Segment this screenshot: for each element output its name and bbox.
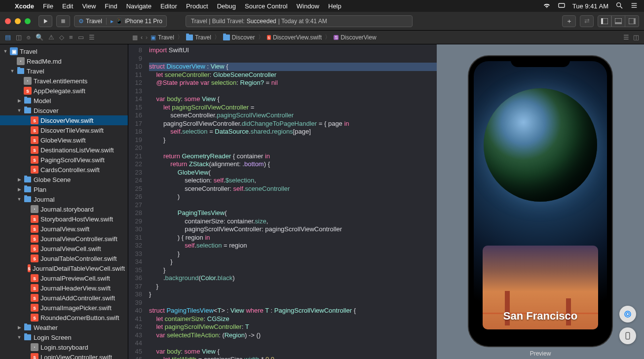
swift-file-icon: s: [31, 314, 38, 322]
file-node[interactable]: sJournalViewController.swift: [0, 234, 128, 244]
swift-file-icon: s: [31, 245, 38, 252]
file-label: Journal: [34, 196, 55, 203]
swift-file-icon: s: [31, 254, 38, 262]
file-icon: ·: [17, 57, 25, 65]
file-node[interactable]: ▼▣Travel: [0, 46, 128, 56]
code-area[interactable]: import SwiftUI struct DiscoverView : Vie…: [146, 44, 437, 359]
menubar-clock[interactable]: Tue 9:41 AM: [572, 2, 608, 10]
file-node[interactable]: sJounalTableController.swift: [0, 253, 128, 263]
scheme-selector[interactable]: ⚙Travel ▸📱iPhone 11 Pro: [74, 15, 167, 27]
minimize-button[interactable]: [15, 18, 21, 24]
menu-debug[interactable]: Debug: [217, 2, 236, 10]
control-center-icon[interactable]: [558, 1, 566, 11]
menu-source-control[interactable]: Source Control: [245, 2, 288, 10]
toggle-left-panel-button[interactable]: [598, 15, 611, 27]
file-node[interactable]: sCardsController.swift: [0, 165, 128, 175]
file-node[interactable]: sJournalPreviewCell.swift: [0, 273, 128, 283]
close-button[interactable]: [5, 18, 11, 24]
file-node[interactable]: sJournalAddController.swift: [0, 293, 128, 303]
library-button[interactable]: ＋: [562, 15, 576, 27]
file-node[interactable]: ▶Plan: [0, 184, 128, 194]
find-navigator-tab-icon[interactable]: 🔍: [36, 34, 43, 41]
swift-file-icon: s: [31, 136, 38, 144]
file-node[interactable]: sJournalImagePicker.swift: [0, 303, 128, 313]
file-node[interactable]: ·Journal.storyboard: [0, 204, 128, 214]
file-node[interactable]: sStoryboardHostView.swift: [0, 214, 128, 224]
file-node[interactable]: sRoundedCornerButton.swift: [0, 313, 128, 323]
file-label: Globe Scene: [34, 176, 71, 183]
file-label: Travel: [20, 48, 38, 55]
toggle-bottom-panel-button[interactable]: [611, 15, 625, 27]
menu-file[interactable]: File: [43, 2, 53, 10]
menu-product[interactable]: Product: [186, 2, 208, 10]
add-editor-icon[interactable]: ◫: [633, 34, 639, 41]
project-icon: ▣: [10, 47, 18, 55]
report-navigator-tab-icon[interactable]: ☰: [89, 34, 95, 41]
file-label: Plan: [34, 186, 46, 193]
file-node[interactable]: ▼Login Screen: [0, 332, 128, 342]
file-node[interactable]: ▼Discover: [0, 106, 128, 115]
spotlight-icon[interactable]: [615, 1, 623, 11]
file-node[interactable]: ·Login.storyboard: [0, 342, 128, 352]
forward-button-icon[interactable]: ›: [146, 34, 148, 41]
test-navigator-tab-icon[interactable]: ◇: [59, 34, 64, 41]
menubar-list-icon[interactable]: [630, 1, 638, 11]
folder-icon: [24, 333, 32, 341]
preview-canvas[interactable]: San Francisco Preview: [437, 44, 644, 359]
swift-file-icon: s: [31, 274, 38, 282]
back-button-icon[interactable]: ‹: [141, 34, 143, 41]
menu-xcode[interactable]: Xcode: [15, 2, 34, 10]
file-label: CardsController.swift: [40, 166, 100, 174]
file-node[interactable]: sDiscoverView.swift: [0, 115, 128, 125]
run-button[interactable]: [38, 15, 52, 27]
issue-navigator-tab-icon[interactable]: ⚠: [48, 34, 54, 41]
file-node[interactable]: sJournalHeaderView.swift: [0, 283, 128, 293]
file-node[interactable]: sDestinationsListView.swift: [0, 145, 128, 155]
file-node[interactable]: ▶Globe Scene: [0, 175, 128, 184]
file-navigator[interactable]: ▼▣Travel·ReadMe.md▼Travel·Travel.entitle…: [0, 44, 128, 359]
debug-navigator-tab-icon[interactable]: ≡: [69, 34, 73, 41]
file-node[interactable]: ·Travel.entitlements: [0, 76, 128, 86]
breakpoint-navigator-tab-icon[interactable]: ▭: [78, 34, 84, 41]
source-editor[interactable]: 8910111213141516171819202122232425262728…: [128, 44, 437, 359]
swift-file-icon: s: [31, 116, 38, 124]
file-node[interactable]: sGlobeView.swift: [0, 135, 128, 145]
zoom-button[interactable]: [25, 18, 31, 24]
file-node[interactable]: ▶Model: [0, 96, 128, 106]
toggle-right-panel-button[interactable]: [625, 15, 639, 27]
editor-options-icon[interactable]: ☰: [623, 34, 629, 41]
live-preview-button[interactable]: [619, 306, 636, 323]
file-label: JournalViewController.swift: [40, 235, 117, 243]
code-review-button[interactable]: ⇄: [580, 15, 594, 27]
file-node[interactable]: sPagingScrollView.swift: [0, 155, 128, 165]
file-label: JournalViewCell.swift: [40, 245, 101, 252]
jump-bar[interactable]: ▦ ‹ › ▣Travel〉 Travel〉 Discover〉 sDiscov…: [128, 33, 624, 41]
menu-help[interactable]: Help: [328, 2, 341, 10]
menu-window[interactable]: Window: [297, 2, 319, 10]
menu-find[interactable]: Find: [105, 2, 117, 10]
macos-menubar: Xcode File Edit View Find Navigate Edito…: [0, 0, 644, 12]
file-node[interactable]: ▼Travel: [0, 66, 128, 76]
project-navigator-tab-icon[interactable]: ▤: [5, 34, 11, 41]
file-node[interactable]: sJournalDetailTableViewCell.swift: [0, 263, 128, 273]
file-node[interactable]: sDiscoverTileView.swift: [0, 125, 128, 135]
file-node[interactable]: ▼Journal: [0, 194, 128, 204]
menu-navigate[interactable]: Navigate: [126, 2, 152, 10]
menu-view[interactable]: View: [82, 2, 96, 10]
menu-editor[interactable]: Editor: [160, 2, 177, 10]
panel-toggle-group: [598, 15, 639, 27]
file-node[interactable]: sJournalViewCell.swift: [0, 244, 128, 253]
source-control-navigator-tab-icon[interactable]: ◫: [16, 34, 22, 41]
preview-on-device-button[interactable]: [619, 327, 636, 344]
file-node[interactable]: ▶Weather: [0, 323, 128, 332]
related-items-icon[interactable]: ▦: [132, 34, 138, 41]
file-node[interactable]: sJournalView.swift: [0, 224, 128, 234]
swift-file-icon: s: [31, 353, 38, 359]
menu-edit[interactable]: Edit: [62, 2, 73, 10]
stop-button[interactable]: [56, 15, 70, 27]
file-node[interactable]: ·ReadMe.md: [0, 56, 128, 66]
symbol-navigator-tab-icon[interactable]: ⌾: [27, 34, 31, 41]
file-node[interactable]: sLoginViewController.swift: [0, 352, 128, 359]
wifi-icon[interactable]: [543, 1, 551, 11]
file-node[interactable]: sAppDelegate.swift: [0, 86, 128, 96]
